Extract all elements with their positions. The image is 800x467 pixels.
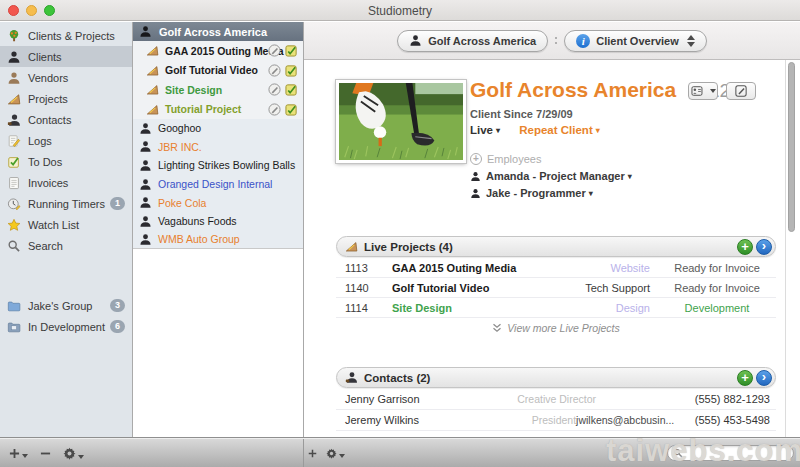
client-label: WMB Auto Group — [158, 233, 240, 245]
client-label: Oranged Design Internal — [158, 178, 272, 190]
add-project-button[interactable]: + — [737, 239, 753, 255]
sidebar-item-invoices[interactable]: Invoices — [0, 172, 132, 193]
contact-card-menu-button[interactable] — [688, 82, 718, 100]
sidebar-item-label: Clients & Projects — [28, 30, 115, 42]
table-row[interactable]: 1114 Site Design Design Development — [336, 298, 776, 318]
create-log-icon[interactable] — [268, 44, 281, 59]
list-item-project[interactable]: Site Design — [133, 80, 303, 100]
client-nav-button[interactable]: Golf Across America — [397, 30, 548, 52]
create-log-icon[interactable] — [268, 103, 281, 118]
sidebar-item-clients[interactable]: Clients — [0, 46, 132, 67]
search-field[interactable] — [667, 445, 794, 461]
client-label: Lighting Strikes Bowling Balls — [158, 159, 295, 171]
sidebar-item-contacts[interactable]: Contacts — [0, 109, 132, 130]
todo-icon[interactable] — [285, 103, 298, 118]
client-nav-label: Golf Across America — [428, 35, 536, 47]
remove-button[interactable] — [40, 448, 51, 459]
employees-header: + Employees — [470, 153, 730, 165]
gear-menu-button[interactable] — [326, 448, 345, 459]
group-count-badge: 6 — [110, 320, 125, 333]
person-icon — [7, 49, 22, 64]
employee-row[interactable]: Amanda - Project Manager ▾ — [470, 170, 730, 182]
edit-client-button[interactable] — [726, 82, 756, 100]
client-since: Client Since 7/29/09 — [470, 108, 730, 120]
titlebar: Studiometry — [0, 0, 800, 21]
create-log-icon[interactable] — [268, 83, 281, 98]
project-label: Tutorial Project — [165, 103, 241, 115]
table-row[interactable]: 1140 Golf Tutorial Video Tech Support Re… — [336, 278, 776, 298]
person-icon — [139, 140, 153, 153]
todo-icon[interactable] — [285, 44, 298, 59]
add-contact-button[interactable]: + — [737, 370, 753, 386]
client-type-dropdown[interactable]: Repeat Client▾ — [519, 124, 600, 136]
person-icon — [139, 25, 154, 38]
sidebar-item-todos[interactable]: To Dos — [0, 151, 132, 172]
list-item-project[interactable]: GAA 2015 Outing Media — [133, 41, 303, 61]
chevron-down-icon — [78, 455, 84, 459]
project-id: 1113 — [336, 262, 392, 274]
list-item-project[interactable]: Golf Tutorial Video — [133, 61, 303, 81]
contact-phone: (555) 453-5498 — [674, 414, 776, 426]
go-to-contacts-button[interactable]: › — [756, 370, 772, 386]
table-row[interactable]: Jeremy Wilkins President jwilkens@abcbus… — [336, 410, 776, 431]
contact-name: Jeremy Wilkins — [336, 414, 484, 426]
toolbar-divider — [303, 439, 304, 467]
project-label: GAA 2015 Outing Media — [165, 45, 284, 57]
sidebar-item-label: Vendors — [28, 72, 68, 84]
sidebar-item-projects[interactable]: Projects — [0, 88, 132, 109]
add-employee-icon[interactable]: + — [470, 153, 482, 165]
vendor-icon — [7, 70, 22, 85]
list-item-client[interactable]: Googhoo — [133, 119, 303, 138]
list-item-client[interactable]: Oranged Design Internal — [133, 175, 303, 194]
create-log-icon[interactable] — [268, 64, 281, 79]
sidebar-item-label: Invoices — [28, 177, 68, 189]
list-item-client[interactable]: Vagabuns Foods — [133, 212, 303, 231]
todo-icon[interactable] — [285, 83, 298, 98]
contacts-header: Contacts (2) + › — [336, 367, 776, 388]
table-row[interactable]: Jenny Garrison Creative Director (555) 8… — [336, 389, 776, 410]
sidebar-item-logs[interactable]: Logs — [0, 130, 132, 151]
gear-menu-button[interactable] — [63, 447, 84, 460]
project-icon — [146, 103, 160, 116]
list-item-client[interactable]: Poke Cola — [133, 193, 303, 212]
sidebar-item-label: Contacts — [28, 114, 71, 126]
list-item-client[interactable]: Lighting Strikes Bowling Balls — [133, 156, 303, 175]
live-projects-header: Live Projects (4) + › — [336, 236, 776, 257]
sidebar-item-watch-list[interactable]: Watch List — [0, 214, 132, 235]
sidebar-item-clients-and-projects[interactable]: Clients & Projects — [0, 25, 132, 46]
client-label: Poke Cola — [158, 197, 206, 209]
todo-icon[interactable] — [285, 64, 298, 79]
sidebar-item-search[interactable]: Search — [0, 235, 132, 256]
project-icon — [146, 83, 160, 96]
chevron-down-icon — [22, 454, 28, 458]
sidebar: Clients & Projects Clients Vendors Proje… — [0, 22, 133, 437]
table-row[interactable]: 1113 GAA 2015 Outing Media Website Ready… — [336, 258, 776, 278]
sidebar-group-jakes-group[interactable]: Jake's Group 3 — [0, 295, 132, 316]
sidebar-item-label: Clients — [28, 51, 62, 63]
go-to-projects-button[interactable]: › — [756, 239, 772, 255]
client-status-dropdown[interactable]: Live▾ — [470, 124, 500, 136]
project-category: Tech Support — [540, 282, 650, 294]
scrollbar-thumb[interactable] — [788, 62, 795, 232]
client-project-list: Golf Across America GAA 2015 Outing Medi… — [133, 22, 304, 437]
sidebar-item-running-timers[interactable]: Running Timers 1 — [0, 193, 132, 214]
list-item-client[interactable]: WMB Auto Group — [133, 231, 303, 250]
stepper-arrows-icon — [687, 35, 695, 47]
tree-icon — [7, 28, 22, 43]
sidebar-item-vendors[interactable]: Vendors — [0, 67, 132, 88]
folder-icon — [7, 319, 22, 334]
add-button[interactable] — [9, 448, 28, 459]
employees-label: Employees — [487, 153, 541, 165]
contacts-title: Contacts (2) — [364, 372, 734, 384]
list-item-selected-client[interactable]: Golf Across America — [133, 22, 303, 41]
employee-row[interactable]: Jake - Programmer ▾ — [470, 187, 730, 199]
project-status: Ready for Invoice — [658, 282, 776, 294]
list-item-project[interactable]: Tutorial Project — [133, 100, 303, 120]
view-selector-button[interactable]: i Client Overview — [564, 30, 707, 52]
add-button[interactable] — [308, 449, 317, 458]
list-item-client[interactable]: JBR INC. — [133, 138, 303, 157]
main-nav-bar: Golf Across America i Client Overview — [304, 22, 800, 60]
sidebar-group-in-development[interactable]: In Development 6 — [0, 316, 132, 337]
view-more-live-projects-link[interactable]: View more Live Projects — [336, 322, 776, 334]
search-input[interactable] — [686, 447, 786, 459]
